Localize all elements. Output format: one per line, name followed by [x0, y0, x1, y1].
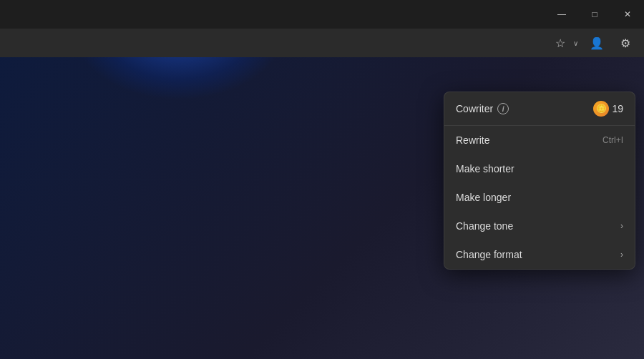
- badge-icon: 🪙: [593, 101, 609, 117]
- info-icon[interactable]: i: [497, 103, 509, 114]
- cowriter-dropdown: Cowriter i 🪙 19 Rewrite Ctrl+I Make shor…: [444, 92, 635, 270]
- menu-header: Cowriter i 🪙 19: [444, 92, 635, 126]
- rewrite-shortcut: Ctrl+I: [602, 135, 623, 145]
- rewrite-item[interactable]: Rewrite Ctrl+I: [444, 126, 635, 154]
- settings-icon[interactable]: ⚙: [614, 31, 637, 54]
- favorites-icon[interactable]: ☆: [549, 31, 572, 54]
- change-format-label: Change format: [456, 249, 620, 260]
- change-format-item[interactable]: Change format ›: [444, 240, 635, 269]
- change-tone-label: Change tone: [456, 220, 620, 232]
- maximize-button[interactable]: □: [578, 0, 611, 29]
- make-shorter-label: Make shorter: [456, 163, 623, 174]
- make-longer-label: Make longer: [456, 192, 623, 203]
- toolbar: ☆ ∨ 👤 ⚙: [0, 29, 644, 57]
- favorites-chevron[interactable]: ∨: [572, 39, 580, 47]
- menu-title: Cowriter: [456, 103, 493, 114]
- favorites-group: ☆ ∨: [549, 31, 580, 54]
- change-tone-item[interactable]: Change tone ›: [444, 212, 635, 240]
- badge-count: 19: [612, 103, 623, 114]
- window-controls: — □ ✕: [545, 0, 644, 29]
- profile-icon[interactable]: 👤: [585, 31, 608, 54]
- make-shorter-item[interactable]: Make shorter: [444, 154, 635, 183]
- close-button[interactable]: ✕: [611, 0, 644, 29]
- change-format-chevron-icon: ›: [620, 250, 623, 260]
- credits-badge: 🪙 19: [593, 101, 623, 117]
- rewrite-label: Rewrite: [456, 134, 602, 146]
- title-bar: — □ ✕: [0, 0, 644, 29]
- make-longer-item[interactable]: Make longer: [444, 183, 635, 212]
- minimize-button[interactable]: —: [545, 0, 578, 29]
- change-tone-chevron-icon: ›: [620, 221, 623, 231]
- menu-header-left: Cowriter i: [456, 103, 509, 114]
